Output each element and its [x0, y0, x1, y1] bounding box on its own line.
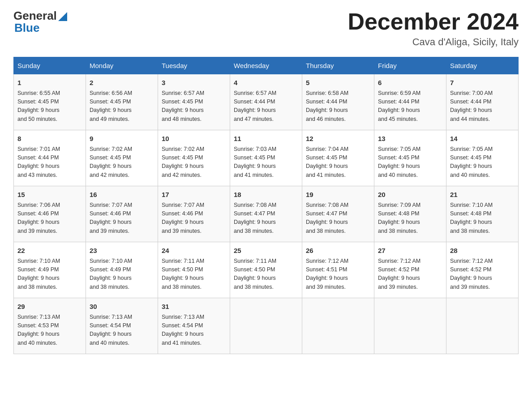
calendar-cell: 24Sunrise: 7:11 AMSunset: 4:50 PMDayligh… [158, 242, 230, 298]
day-info: Sunrise: 6:57 AMSunset: 4:45 PMDaylight:… [162, 89, 226, 124]
logo-arrow-icon [58, 12, 67, 21]
day-number: 24 [162, 246, 226, 256]
calendar-cell [302, 298, 374, 354]
day-info: Sunrise: 7:01 AMSunset: 4:44 PMDaylight:… [17, 145, 82, 180]
logo-blue-text: Blue [13, 21, 67, 35]
day-number: 19 [306, 190, 370, 200]
calendar-cell [230, 298, 302, 354]
calendar-cell: 18Sunrise: 7:08 AMSunset: 4:47 PMDayligh… [230, 186, 302, 242]
day-number: 8 [17, 134, 82, 144]
day-info: Sunrise: 6:59 AMSunset: 4:44 PMDaylight:… [378, 89, 442, 124]
calendar-cell: 10Sunrise: 7:02 AMSunset: 4:45 PMDayligh… [158, 130, 230, 186]
day-info: Sunrise: 7:10 AMSunset: 4:48 PMDaylight:… [450, 201, 515, 236]
calendar-cell: 25Sunrise: 7:11 AMSunset: 4:50 PMDayligh… [230, 242, 302, 298]
calendar-header-row: SundayMondayTuesdayWednesdayThursdayFrid… [14, 57, 519, 74]
calendar-cell: 8Sunrise: 7:01 AMSunset: 4:44 PMDaylight… [14, 130, 86, 186]
day-info: Sunrise: 7:10 AMSunset: 4:49 PMDaylight:… [90, 257, 154, 292]
calendar-cell: 29Sunrise: 7:13 AMSunset: 4:53 PMDayligh… [14, 298, 86, 354]
calendar-cell: 13Sunrise: 7:05 AMSunset: 4:45 PMDayligh… [374, 130, 446, 186]
day-number: 14 [450, 134, 515, 144]
calendar-cell: 17Sunrise: 7:07 AMSunset: 4:46 PMDayligh… [158, 186, 230, 242]
day-number: 13 [378, 134, 442, 144]
weekday-header-thursday: Thursday [302, 57, 374, 74]
day-number: 5 [306, 78, 370, 88]
calendar-cell: 5Sunrise: 6:58 AMSunset: 4:44 PMDaylight… [302, 74, 374, 130]
day-number: 26 [306, 246, 370, 256]
weekday-header-monday: Monday [86, 57, 158, 74]
day-info: Sunrise: 7:09 AMSunset: 4:48 PMDaylight:… [378, 201, 442, 236]
day-number: 22 [17, 246, 82, 256]
day-info: Sunrise: 7:12 AMSunset: 4:52 PMDaylight:… [378, 257, 442, 292]
calendar-cell: 12Sunrise: 7:04 AMSunset: 4:45 PMDayligh… [302, 130, 374, 186]
day-info: Sunrise: 7:08 AMSunset: 4:47 PMDaylight:… [234, 201, 298, 236]
day-info: Sunrise: 7:12 AMSunset: 4:51 PMDaylight:… [306, 257, 370, 292]
calendar-cell: 23Sunrise: 7:10 AMSunset: 4:49 PMDayligh… [86, 242, 158, 298]
calendar-cell: 16Sunrise: 7:07 AMSunset: 4:46 PMDayligh… [86, 186, 158, 242]
day-number: 2 [90, 78, 154, 88]
calendar-cell: 30Sunrise: 7:13 AMSunset: 4:54 PMDayligh… [86, 298, 158, 354]
day-number: 7 [450, 78, 515, 88]
day-info: Sunrise: 6:57 AMSunset: 4:44 PMDaylight:… [234, 89, 298, 124]
day-info: Sunrise: 7:05 AMSunset: 4:45 PMDaylight:… [378, 145, 442, 180]
calendar-cell: 9Sunrise: 7:02 AMSunset: 4:45 PMDaylight… [86, 130, 158, 186]
day-info: Sunrise: 7:00 AMSunset: 4:44 PMDaylight:… [450, 89, 515, 124]
day-info: Sunrise: 6:55 AMSunset: 4:45 PMDaylight:… [17, 89, 82, 124]
location-title: Cava d'Aliga, Sicily, Italy [348, 36, 519, 48]
calendar-cell: 28Sunrise: 7:12 AMSunset: 4:52 PMDayligh… [446, 242, 519, 298]
day-info: Sunrise: 7:07 AMSunset: 4:46 PMDaylight:… [162, 201, 226, 236]
day-info: Sunrise: 7:02 AMSunset: 4:45 PMDaylight:… [162, 145, 226, 180]
page-header: General Blue December 2024 Cava d'Aliga,… [13, 9, 519, 48]
day-number: 9 [90, 134, 154, 144]
calendar-cell: 3Sunrise: 6:57 AMSunset: 4:45 PMDaylight… [158, 74, 230, 130]
calendar-cell: 7Sunrise: 7:00 AMSunset: 4:44 PMDaylight… [446, 74, 519, 130]
day-info: Sunrise: 6:58 AMSunset: 4:44 PMDaylight:… [306, 89, 370, 124]
day-number: 27 [378, 246, 442, 256]
calendar-cell: 14Sunrise: 7:05 AMSunset: 4:45 PMDayligh… [446, 130, 519, 186]
day-number: 17 [162, 190, 226, 200]
day-info: Sunrise: 7:04 AMSunset: 4:45 PMDaylight:… [306, 145, 370, 180]
day-info: Sunrise: 7:13 AMSunset: 4:53 PMDaylight:… [17, 313, 82, 348]
weekday-header-tuesday: Tuesday [158, 57, 230, 74]
day-info: Sunrise: 7:02 AMSunset: 4:45 PMDaylight:… [90, 145, 154, 180]
day-info: Sunrise: 7:06 AMSunset: 4:46 PMDaylight:… [17, 201, 82, 236]
day-number: 31 [162, 302, 226, 312]
calendar-cell: 1Sunrise: 6:55 AMSunset: 4:45 PMDaylight… [14, 74, 86, 130]
day-info: Sunrise: 7:03 AMSunset: 4:45 PMDaylight:… [234, 145, 298, 180]
day-info: Sunrise: 7:07 AMSunset: 4:46 PMDaylight:… [90, 201, 154, 236]
day-number: 12 [306, 134, 370, 144]
day-number: 16 [90, 190, 154, 200]
day-number: 15 [17, 190, 82, 200]
day-info: Sunrise: 6:56 AMSunset: 4:45 PMDaylight:… [90, 89, 154, 124]
calendar-week-row: 29Sunrise: 7:13 AMSunset: 4:53 PMDayligh… [14, 298, 519, 354]
calendar-cell: 26Sunrise: 7:12 AMSunset: 4:51 PMDayligh… [302, 242, 374, 298]
calendar-cell: 27Sunrise: 7:12 AMSunset: 4:52 PMDayligh… [374, 242, 446, 298]
weekday-header-saturday: Saturday [446, 57, 519, 74]
calendar-table: SundayMondayTuesdayWednesdayThursdayFrid… [13, 57, 519, 354]
calendar-cell: 20Sunrise: 7:09 AMSunset: 4:48 PMDayligh… [374, 186, 446, 242]
calendar-cell: 6Sunrise: 6:59 AMSunset: 4:44 PMDaylight… [374, 74, 446, 130]
day-info: Sunrise: 7:12 AMSunset: 4:52 PMDaylight:… [450, 257, 515, 292]
day-number: 28 [450, 246, 515, 256]
calendar-week-row: 22Sunrise: 7:10 AMSunset: 4:49 PMDayligh… [14, 242, 519, 298]
calendar-cell: 22Sunrise: 7:10 AMSunset: 4:49 PMDayligh… [14, 242, 86, 298]
month-title: December 2024 [348, 9, 519, 34]
day-number: 1 [17, 78, 82, 88]
calendar-cell: 31Sunrise: 7:13 AMSunset: 4:54 PMDayligh… [158, 298, 230, 354]
logo: General Blue [13, 9, 67, 35]
calendar-cell [446, 298, 519, 354]
day-info: Sunrise: 7:13 AMSunset: 4:54 PMDaylight:… [90, 313, 154, 348]
day-number: 11 [234, 134, 298, 144]
weekday-header-friday: Friday [374, 57, 446, 74]
weekday-header-sunday: Sunday [14, 57, 86, 74]
day-info: Sunrise: 7:11 AMSunset: 4:50 PMDaylight:… [234, 257, 298, 292]
day-number: 25 [234, 246, 298, 256]
day-info: Sunrise: 7:05 AMSunset: 4:45 PMDaylight:… [450, 145, 515, 180]
calendar-cell: 4Sunrise: 6:57 AMSunset: 4:44 PMDaylight… [230, 74, 302, 130]
day-number: 4 [234, 78, 298, 88]
day-info: Sunrise: 7:08 AMSunset: 4:47 PMDaylight:… [306, 201, 370, 236]
day-number: 29 [17, 302, 82, 312]
calendar-week-row: 15Sunrise: 7:06 AMSunset: 4:46 PMDayligh… [14, 186, 519, 242]
day-number: 23 [90, 246, 154, 256]
weekday-header-wednesday: Wednesday [230, 57, 302, 74]
day-info: Sunrise: 7:13 AMSunset: 4:54 PMDaylight:… [162, 313, 226, 348]
